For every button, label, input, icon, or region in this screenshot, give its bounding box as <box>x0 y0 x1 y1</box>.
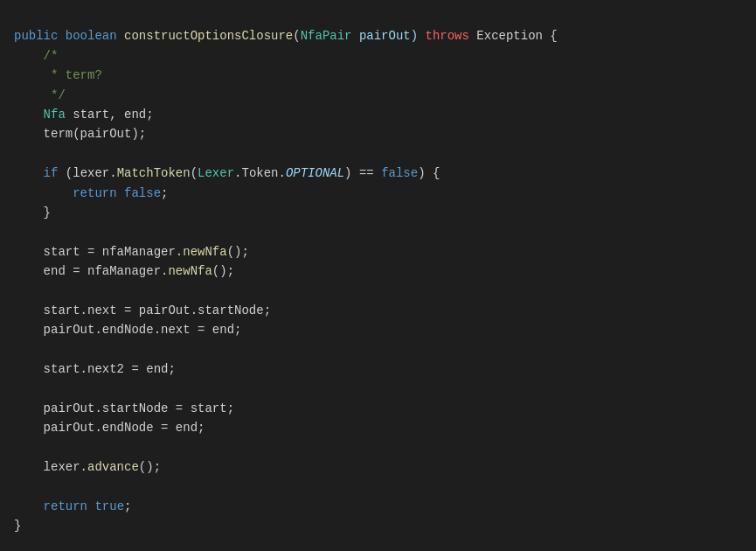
code-token: lexer. <box>14 460 87 474</box>
code-line: * term? <box>14 66 742 85</box>
code-line <box>14 438 742 457</box>
code-token: } <box>14 519 21 533</box>
code-token: ; <box>124 499 131 513</box>
code-token: return <box>44 499 87 513</box>
code-line: pairOut.endNode.next = end; <box>14 320 742 339</box>
code-line: pairOut.endNode = end; <box>14 418 742 437</box>
code-line: end = nfaManager.newNfa(); <box>14 262 742 281</box>
code-token: (); <box>139 460 161 474</box>
code-token <box>14 499 44 513</box>
code-line: pairOut.startNode = start; <box>14 399 742 418</box>
code-line <box>14 477 742 496</box>
code-token: start.next = pairOut.startNode; <box>14 303 271 317</box>
code-token: pairOut) <box>351 29 425 43</box>
code-line: return true; <box>14 497 742 516</box>
code-token: ) { <box>418 166 440 180</box>
code-token: boolean <box>66 29 124 43</box>
code-token: ( <box>293 29 300 43</box>
code-token: throws <box>426 29 469 43</box>
code-token: (lexer. <box>58 166 116 180</box>
code-line: } <box>14 516 742 535</box>
code-line <box>14 379 742 398</box>
code-token: constructOptionsClosure <box>124 29 293 43</box>
code-line: public boolean constructOptionsClosure(N… <box>14 26 742 45</box>
code-token: start.next2 = end; <box>14 362 176 376</box>
code-token: * term? <box>14 68 102 82</box>
code-token: pairOut.endNode = end; <box>14 421 205 435</box>
code-token: start = nfaManager. <box>14 245 183 259</box>
code-token: Nfa <box>44 108 66 122</box>
code-token: pairOut.endNode.next = end; <box>14 323 241 337</box>
code-token: } <box>14 206 51 220</box>
code-token: Exception { <box>469 29 558 43</box>
code-token: MatchToken <box>117 166 191 180</box>
code-token: /* <box>14 49 58 63</box>
code-token: public <box>14 29 66 43</box>
code-token: NfaPair <box>301 29 352 43</box>
code-token <box>117 186 124 200</box>
code-line: start.next2 = end; <box>14 359 742 379</box>
code-token: false <box>381 166 418 180</box>
code-token: */ <box>14 88 66 102</box>
code-token: .Token. <box>234 166 286 180</box>
code-line: start = nfaManager.newNfa(); <box>14 242 742 262</box>
code-token: advance <box>87 460 139 474</box>
code-token: end = nfaManager. <box>14 264 168 278</box>
code-token: pairOut.startNode = start; <box>14 401 234 415</box>
code-token: (); <box>212 264 234 278</box>
code-token: newNfa <box>168 264 212 278</box>
code-token: (); <box>227 245 249 259</box>
code-token <box>14 166 44 180</box>
code-token <box>14 186 73 200</box>
code-line <box>14 144 742 164</box>
code-token: false <box>124 186 161 200</box>
code-line: */ <box>14 86 742 105</box>
code-token <box>14 108 44 122</box>
code-line: start.next = pairOut.startNode; <box>14 301 742 320</box>
code-token: newNfa <box>183 245 226 259</box>
code-token: term(pairOut); <box>14 127 146 141</box>
code-container: public boolean constructOptionsClosure(N… <box>14 7 742 536</box>
code-line <box>14 222 742 241</box>
code-line: return false; <box>14 184 742 203</box>
code-line: Nfa start, end; <box>14 105 742 124</box>
code-token: ( <box>191 166 198 180</box>
code-token: ; <box>161 186 168 200</box>
code-line <box>14 340 742 359</box>
code-line <box>14 281 742 300</box>
code-token: Lexer <box>198 166 234 180</box>
code-line: if (lexer.MatchToken(Lexer.Token.OPTIONA… <box>14 164 742 183</box>
code-token: if <box>44 166 59 180</box>
code-line: } <box>14 203 742 222</box>
code-token: start, end; <box>66 108 154 122</box>
code-line: term(pairOut); <box>14 124 742 143</box>
code-token: return <box>73 186 116 200</box>
code-line: /* <box>14 46 742 66</box>
code-token: ) == <box>344 166 381 180</box>
code-token: true <box>94 499 124 513</box>
code-token: OPTIONAL <box>286 166 344 180</box>
code-line: lexer.advance(); <box>14 457 742 477</box>
